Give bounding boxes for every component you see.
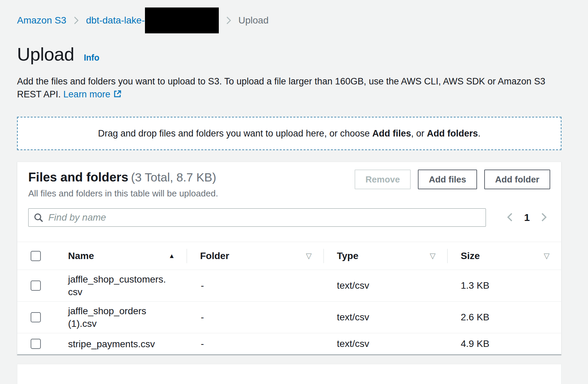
search-box <box>28 208 486 227</box>
sort-toggle-icon: ▽ <box>430 252 436 260</box>
s3-upload-page: Amazon S3 dbt-data-lake- Upload Upload I… <box>0 0 588 384</box>
pagination: 1 <box>506 212 550 224</box>
search-input[interactable] <box>48 209 481 226</box>
breadcrumb-chevron-icon <box>73 16 79 25</box>
sort-toggle-icon: ▽ <box>544 252 550 260</box>
dropzone-text: Drag and drop files and folders you want… <box>98 128 480 139</box>
redacted-bucket-name <box>145 7 219 33</box>
sort-toggle-icon: ▽ <box>306 252 312 260</box>
learn-more-link[interactable]: Learn more <box>63 89 110 99</box>
file-type: text/csv <box>323 338 447 349</box>
file-name: jaffle_shop_orders (1).csv <box>54 302 186 333</box>
dropzone-add-files-emphasis: Add files <box>372 128 411 139</box>
info-link[interactable]: Info <box>84 53 99 63</box>
panel-count-summary: (3 Total, 8.7 KB) <box>131 171 216 184</box>
table-row: stripe_payments.csv - text/csv 4.9 KB <box>17 333 561 354</box>
file-size: 4.9 KB <box>447 338 561 349</box>
add-folder-button[interactable]: Add folder <box>484 170 550 189</box>
file-folder: - <box>186 280 323 291</box>
panel-header: Files and folders(3 Total, 8.7 KB) All f… <box>17 170 561 199</box>
breadcrumb-amazon-s3-link[interactable]: Amazon S3 <box>17 15 66 26</box>
search-icon <box>33 212 44 223</box>
table-row: jaffle_shop_orders (1).csv - text/csv 2.… <box>17 302 561 333</box>
row-checkbox[interactable] <box>31 339 41 349</box>
column-header-type[interactable]: Type ▽ <box>323 242 447 270</box>
row-select-cell <box>17 270 54 301</box>
file-name: stripe_payments.csv <box>54 335 186 353</box>
file-size: 1.3 KB <box>447 280 561 291</box>
column-header-folder[interactable]: Folder ▽ <box>186 242 323 270</box>
row-checkbox[interactable] <box>31 312 41 322</box>
column-header-size[interactable]: Size ▽ <box>447 242 561 270</box>
current-page-number: 1 <box>524 212 530 223</box>
remove-button[interactable]: Remove <box>355 170 411 189</box>
select-all-cell <box>17 242 54 270</box>
next-page-button[interactable] <box>540 212 548 224</box>
table-row: jaffle_shop_customers.csv - text/csv 1.3… <box>17 270 561 302</box>
breadcrumb-current-upload: Upload <box>239 15 269 26</box>
panel-actions: Remove Add files Add folder <box>355 170 550 189</box>
row-select-cell <box>17 302 54 333</box>
breadcrumb-chevron-icon <box>226 16 232 25</box>
next-panel-sliver <box>17 364 561 384</box>
external-link-icon <box>113 89 122 102</box>
page-title: Upload <box>17 44 74 65</box>
dropzone-add-folders-emphasis: Add folders <box>427 128 478 139</box>
row-checkbox[interactable] <box>31 281 41 291</box>
row-select-cell <box>17 333 54 354</box>
files-and-folders-panel: Files and folders(3 Total, 8.7 KB) All f… <box>17 162 561 355</box>
previous-page-button[interactable] <box>506 212 514 224</box>
panel-title: Files and folders <box>28 170 128 184</box>
column-header-name[interactable]: Name ▲ <box>54 242 186 270</box>
file-folder: - <box>186 312 323 323</box>
page-header: Upload Info <box>0 27 588 65</box>
select-all-checkbox[interactable] <box>31 251 41 261</box>
intro-paragraph: Add the files and folders you want to up… <box>0 65 551 102</box>
file-type: text/csv <box>323 280 447 291</box>
breadcrumb-bucket-link[interactable]: dbt-data-lake- <box>86 15 145 26</box>
chevron-right-icon <box>540 212 548 224</box>
panel-header-text: Files and folders(3 Total, 8.7 KB) All f… <box>28 170 218 199</box>
search-and-pagination-row: 1 <box>17 208 561 227</box>
file-name: jaffle_shop_customers.csv <box>54 270 186 301</box>
add-files-button[interactable]: Add files <box>418 170 477 189</box>
file-size: 2.6 KB <box>447 312 561 323</box>
file-folder: - <box>186 338 323 349</box>
table-header-row: Name ▲ Folder ▽ Type ▽ Size ▽ <box>17 242 561 270</box>
files-table: Name ▲ Folder ▽ Type ▽ Size ▽ <box>17 242 561 354</box>
panel-subtitle: All files and folders in this table will… <box>28 188 218 199</box>
drag-and-drop-zone[interactable]: Drag and drop files and folders you want… <box>17 117 561 150</box>
sort-ascending-icon: ▲ <box>168 252 175 260</box>
chevron-left-icon <box>506 212 514 224</box>
breadcrumb: Amazon S3 dbt-data-lake- Upload <box>0 0 588 27</box>
file-type: text/csv <box>323 312 447 323</box>
